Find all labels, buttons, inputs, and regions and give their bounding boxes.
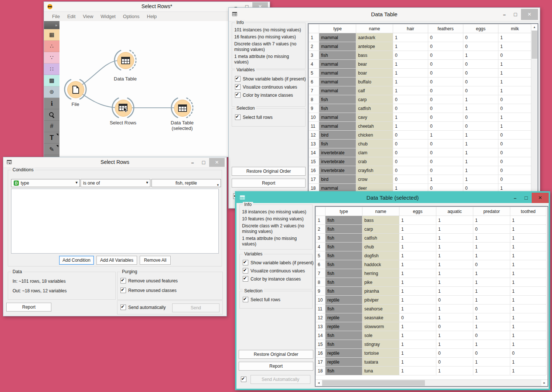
table-cell[interactable]: 1 [393, 78, 428, 86]
table-cell[interactable]: pike [362, 278, 399, 287]
table-cell[interactable]: 1 [463, 157, 498, 166]
table-cell[interactable]: catfish [356, 104, 393, 113]
table-row[interactable]: 9fishpiranha1111 [316, 287, 546, 296]
table-cell[interactable]: 11 [316, 305, 326, 313]
table-cell[interactable]: fish [326, 305, 362, 313]
table-cell[interactable]: 1 [436, 340, 473, 349]
scrollbar-thumb[interactable] [322, 380, 425, 386]
table-cell[interactable]: 1 [473, 322, 510, 331]
table-cell[interactable]: 1 [463, 140, 498, 148]
table-cell[interactable]: 1 [510, 322, 546, 331]
table-cell[interactable]: 1 [399, 260, 436, 269]
table-cell[interactable]: 0 [498, 175, 532, 184]
table-row[interactable]: 16invertebratecrayfish0010 [309, 166, 532, 175]
table-row[interactable]: 4mammalbear1001 [309, 60, 532, 69]
table-cell[interactable]: 1 [309, 33, 319, 42]
table-cell[interactable]: crab [356, 157, 393, 166]
table-cell[interactable]: fish [326, 251, 362, 260]
table-cell[interactable]: 1 [399, 305, 436, 313]
table-cell[interactable]: 0 [473, 331, 510, 340]
table-cell[interactable]: fish [319, 95, 356, 104]
color-by-class-checkbox[interactable] [243, 276, 248, 282]
table-cell[interactable]: 1 [393, 33, 428, 42]
table-cell[interactable]: 1 [473, 243, 510, 251]
table-cell[interactable]: 1 [393, 69, 428, 78]
table-cell[interactable]: 1 [463, 148, 498, 157]
table-cell[interactable]: 0 [399, 313, 436, 322]
table-row[interactable]: 10reptilepitviper1011 [316, 296, 546, 305]
table-cell[interactable]: 1 [399, 216, 436, 225]
col-header-name[interactable]: name [356, 24, 393, 33]
add-condition-button[interactable]: Add Condition [59, 256, 94, 265]
col-header-eggs[interactable]: eggs [463, 24, 498, 33]
table-cell[interactable]: clam [356, 148, 393, 157]
category-addons-button[interactable]: ⊛ [44, 86, 59, 98]
table-cell[interactable]: 17 [316, 358, 326, 367]
table-cell[interactable]: slowworm [362, 322, 399, 331]
table-cell[interactable]: fish [326, 367, 362, 375]
table-cell[interactable]: 1 [463, 95, 498, 104]
table-cell[interactable]: 1 [399, 349, 436, 358]
table-cell[interactable]: 4 [309, 60, 319, 69]
menu-view[interactable]: View [79, 14, 97, 19]
table-cell[interactable]: 1 [473, 269, 510, 278]
tool-text-button[interactable]: T [44, 132, 59, 144]
vertical-scrollbar[interactable] [531, 24, 538, 193]
table-cell[interactable]: buffalo [356, 78, 393, 86]
table-cell[interactable]: 0 [428, 166, 463, 175]
dt1-titlebar[interactable]: Data Table [229, 8, 540, 21]
table-row[interactable]: 6fishhaddock1101 [316, 260, 546, 269]
table-cell[interactable]: 1 [436, 269, 473, 278]
table-cell[interactable]: 12 [316, 313, 326, 322]
table-cell[interactable]: 1 [510, 331, 546, 340]
table-cell[interactable]: 0 [498, 157, 532, 166]
scrollbar-thumb[interactable] [532, 31, 537, 59]
table-cell[interactable]: 1 [510, 225, 546, 234]
table-cell[interactable]: 0 [428, 140, 463, 148]
table-cell[interactable]: 5 [316, 251, 326, 260]
table-cell[interactable]: 1 [498, 33, 532, 42]
table-cell[interactable]: 10 [309, 113, 319, 122]
table-cell[interactable]: 0 [463, 122, 498, 131]
col-header-index[interactable] [316, 207, 326, 216]
table-cell[interactable]: 7 [316, 269, 326, 278]
table-cell[interactable]: 1 [399, 234, 436, 243]
table-cell[interactable]: 1 [428, 131, 463, 140]
table-cell[interactable]: 0 [473, 305, 510, 313]
table-cell[interactable]: 0 [428, 69, 463, 78]
table-cell[interactable]: 1 [473, 367, 510, 375]
attribute-combo[interactable]: D type ▾ [11, 179, 80, 187]
table-cell[interactable]: mammal [319, 122, 356, 131]
node-data-table-selected[interactable] [174, 100, 191, 117]
table-cell[interactable]: chub [362, 243, 399, 251]
table-cell[interactable]: 1 [463, 51, 498, 60]
minimize-button[interactable] [510, 194, 521, 202]
table-cell[interactable]: piranha [362, 287, 399, 296]
table-cell[interactable]: 1 [393, 86, 428, 95]
table-cell[interactable]: 0 [428, 78, 463, 86]
table-row[interactable]: 15fishstingray1111 [316, 340, 546, 349]
table-cell[interactable]: 1 [436, 251, 473, 260]
table-cell[interactable]: 1 [399, 287, 436, 296]
select-full-rows-checkbox[interactable] [235, 114, 241, 120]
col-header-eggs[interactable]: eggs [399, 207, 436, 216]
table-cell[interactable]: 0 [428, 33, 463, 42]
remove-unused-classes-checkbox[interactable] [120, 288, 126, 293]
conditions-list[interactable] [11, 189, 219, 254]
table-cell[interactable]: 1 [473, 340, 510, 349]
table-row[interactable]: 2mammalantelope1001 [309, 42, 532, 51]
table-row[interactable]: 6mammalbuffalo1001 [309, 78, 532, 86]
table-cell[interactable]: 0 [473, 349, 510, 358]
table-row[interactable]: 3fishcatfish1111 [316, 234, 546, 243]
table-cell[interactable]: cheetah [356, 122, 393, 131]
table-cell[interactable]: fish [326, 234, 362, 243]
table-cell[interactable]: 1 [510, 305, 546, 313]
table-cell[interactable]: crow [356, 175, 393, 184]
table-cell[interactable]: 13 [316, 322, 326, 331]
table-cell[interactable]: 1 [436, 225, 473, 234]
table-cell[interactable]: 1 [393, 42, 428, 51]
table-cell[interactable]: 1 [510, 340, 546, 349]
table-cell[interactable]: 0 [428, 86, 463, 95]
table-row[interactable]: 18fishtuna1111 [316, 367, 546, 375]
table-cell[interactable]: 8 [309, 95, 319, 104]
